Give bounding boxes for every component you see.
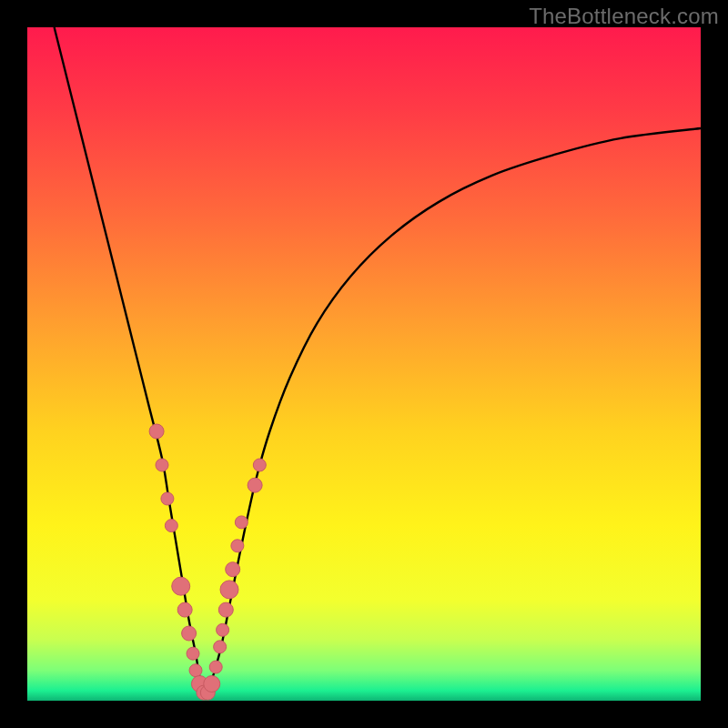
data-point bbox=[149, 424, 164, 439]
data-point bbox=[218, 602, 233, 617]
data-point bbox=[235, 516, 248, 529]
curve-right-branch bbox=[206, 128, 701, 697]
data-point bbox=[248, 478, 262, 492]
plot-area bbox=[27, 27, 701, 701]
data-point bbox=[231, 540, 244, 552]
data-point bbox=[156, 459, 168, 471]
chart-frame: TheBottleneck.com bbox=[0, 0, 728, 728]
curve-layer bbox=[27, 27, 701, 701]
data-point bbox=[189, 664, 202, 677]
data-point bbox=[182, 626, 197, 641]
data-point bbox=[217, 623, 229, 636]
data-point bbox=[165, 520, 177, 532]
data-point bbox=[253, 459, 266, 471]
data-point bbox=[214, 641, 227, 653]
data-point bbox=[204, 676, 220, 693]
curve-left-branch bbox=[55, 27, 207, 697]
data-point bbox=[161, 492, 174, 505]
data-point bbox=[177, 602, 192, 617]
watermark-text: TheBottleneck.com bbox=[529, 4, 719, 29]
data-point bbox=[220, 581, 238, 599]
data-point bbox=[187, 647, 199, 660]
data-point bbox=[209, 661, 222, 673]
data-point bbox=[172, 577, 190, 595]
data-point-cluster bbox=[149, 424, 266, 700]
data-point bbox=[226, 562, 240, 577]
